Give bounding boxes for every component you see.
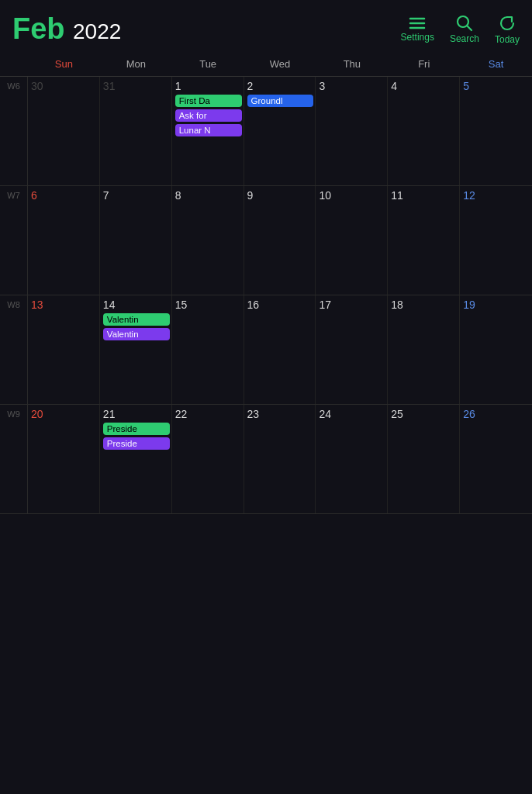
event-pill-w3-d1-e1[interactable]: Preside [103, 437, 170, 450]
day-number-w3-d1: 21 [103, 408, 170, 420]
day-cell-w2-d4[interactable]: 17 [316, 295, 388, 404]
event-pill-w0-d2-e1[interactable]: Ask for [175, 109, 242, 122]
day-number-w0-d4: 3 [319, 80, 385, 92]
day-number-w2-d2: 15 [175, 299, 242, 311]
search-button[interactable]: Search [450, 15, 479, 44]
day-number-w0-d0: 30 [31, 80, 98, 92]
day-headers-row: Sun Mon Tue Wed Thu Fri Sat [0, 52, 532, 77]
day-cell-w0-d2[interactable]: 1First DaAsk forLunar N [172, 77, 244, 185]
day-cell-w1-d1[interactable]: 7 [100, 186, 172, 295]
event-pill-w2-d1-e0[interactable]: Valentin [103, 313, 170, 326]
day-cell-w3-d3[interactable]: 23 [244, 405, 316, 513]
day-cell-w2-d6[interactable]: 19 [460, 295, 532, 404]
day-cell-w0-d6[interactable]: 5 [460, 77, 532, 185]
day-header-sun: Sun [28, 55, 100, 73]
week-row-3: W92021PresidePreside2223242526 [0, 405, 532, 514]
day-number-w2-d1: 14 [103, 299, 170, 311]
header-actions: Settings Search Today [401, 14, 520, 45]
day-cell-w2-d2[interactable]: 15 [172, 295, 244, 404]
month-label: Feb [12, 12, 65, 45]
day-cell-w2-d0[interactable]: 13 [28, 295, 100, 404]
day-cell-w2-d1[interactable]: 14ValentinValentin [100, 295, 172, 404]
day-cell-w3-d5[interactable]: 25 [388, 405, 460, 513]
event-pill-w0-d2-e2[interactable]: Lunar N [175, 124, 242, 136]
day-number-w1-d2: 8 [175, 189, 242, 202]
day-number-w2-d4: 17 [319, 299, 385, 311]
day-number-w0-d1: 31 [103, 80, 170, 92]
week-col-empty [0, 55, 28, 73]
day-cell-w3-d2[interactable]: 22 [172, 405, 244, 513]
day-cell-w1-d2[interactable]: 8 [172, 186, 244, 295]
day-number-w2-d6: 19 [463, 299, 530, 311]
month-year-title: Feb 2022 [12, 12, 401, 46]
search-icon [456, 15, 473, 32]
day-header-wed: Wed [244, 55, 316, 73]
day-cell-w0-d4[interactable]: 3 [316, 77, 388, 185]
week-row-2: W81314ValentinValentin1516171819 [0, 295, 532, 405]
day-cell-w1-d0[interactable]: 6 [28, 186, 100, 295]
day-cell-w1-d3[interactable]: 9 [244, 186, 316, 295]
search-label: Search [450, 33, 479, 44]
week-number-3: W9 [0, 405, 28, 513]
event-pill-w0-d3-e0[interactable]: Groundl [247, 95, 314, 107]
week-number-1: W7 [0, 186, 28, 295]
day-number-w3-d3: 23 [247, 408, 314, 420]
today-label: Today [495, 34, 520, 45]
day-cell-w1-d6[interactable]: 12 [460, 186, 532, 295]
day-number-w1-d5: 11 [391, 189, 458, 202]
day-cell-w3-d1[interactable]: 21PresidePreside [100, 405, 172, 513]
day-cell-w0-d5[interactable]: 4 [388, 77, 460, 185]
day-number-w3-d5: 25 [391, 408, 458, 420]
day-cell-w3-d6[interactable]: 26 [460, 405, 532, 513]
calendar-body: W630311First DaAsk forLunar N2Groundl345… [0, 77, 532, 514]
day-cell-w2-d3[interactable]: 16 [244, 295, 316, 404]
day-number-w0-d3: 2 [247, 80, 314, 92]
day-number-w0-d5: 4 [391, 80, 458, 92]
day-number-w1-d3: 9 [247, 189, 314, 202]
today-icon [498, 14, 516, 33]
week-num-label-2: W8 [7, 300, 20, 309]
week-number-2: W8 [0, 295, 28, 404]
day-number-w1-d6: 12 [463, 189, 530, 202]
day-cell-w1-d4[interactable]: 10 [316, 186, 388, 295]
day-cell-w0-d0[interactable]: 30 [28, 77, 100, 185]
svg-line-4 [467, 26, 472, 30]
day-number-w3-d4: 24 [319, 408, 385, 420]
day-number-w3-d0: 20 [31, 408, 98, 420]
day-number-w1-d4: 10 [319, 189, 385, 202]
day-header-sat: Sat [460, 55, 532, 73]
day-cell-w0-d3[interactable]: 2Groundl [244, 77, 316, 185]
week-number-0: W6 [0, 77, 28, 185]
day-number-w2-d3: 16 [247, 299, 314, 311]
day-header-mon: Mon [100, 55, 172, 73]
day-number-w1-d1: 7 [103, 189, 170, 202]
day-cell-w1-d5[interactable]: 11 [388, 186, 460, 295]
event-pill-w3-d1-e0[interactable]: Preside [103, 423, 170, 435]
calendar-header: Feb 2022 Settings Search To [0, 0, 532, 52]
day-header-thu: Thu [316, 55, 388, 73]
today-button[interactable]: Today [495, 14, 520, 45]
week-num-label-0: W6 [7, 81, 20, 91]
day-number-w3-d6: 26 [463, 408, 530, 420]
day-cell-w0-d1[interactable]: 31 [100, 77, 172, 185]
day-number-w3-d2: 22 [175, 408, 242, 420]
day-cell-w2-d5[interactable]: 18 [388, 295, 460, 404]
settings-label: Settings [401, 32, 434, 43]
year-label: 2022 [73, 19, 121, 43]
day-number-w0-d6: 5 [463, 80, 530, 92]
settings-button[interactable]: Settings [401, 16, 434, 43]
day-cell-w3-d0[interactable]: 20 [28, 405, 100, 513]
day-number-w2-d0: 13 [31, 299, 98, 311]
event-pill-w0-d2-e0[interactable]: First Da [175, 95, 242, 107]
event-pill-w2-d1-e1[interactable]: Valentin [103, 328, 170, 340]
day-cell-w3-d4[interactable]: 24 [316, 405, 388, 513]
week-num-label-1: W7 [7, 191, 20, 200]
week-num-label-3: W9 [7, 409, 20, 419]
week-row-1: W76789101112 [0, 186, 532, 295]
day-number-w2-d5: 18 [391, 299, 458, 311]
menu-icon [409, 16, 426, 30]
day-number-w1-d0: 6 [31, 189, 98, 202]
day-header-tue: Tue [172, 55, 244, 73]
day-number-w0-d2: 1 [175, 80, 242, 92]
day-header-fri: Fri [388, 55, 460, 73]
